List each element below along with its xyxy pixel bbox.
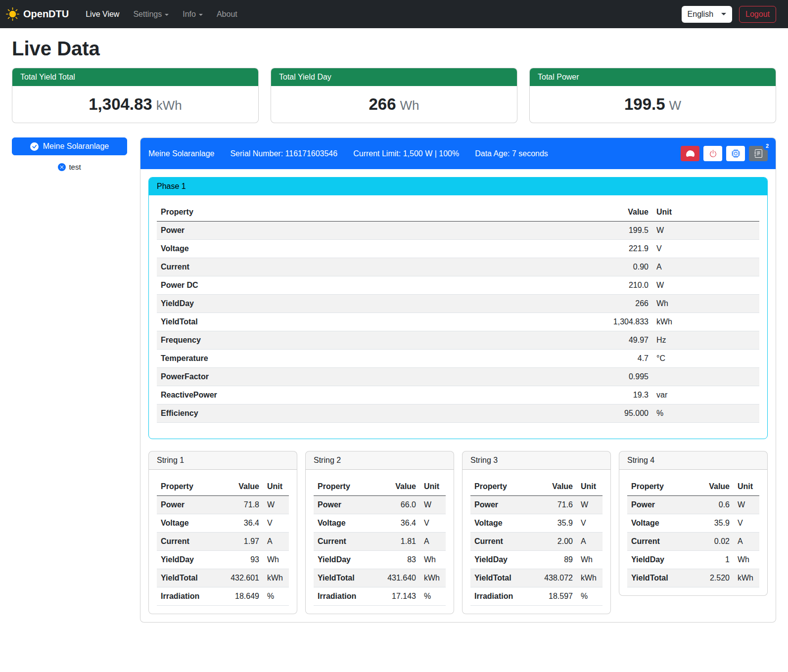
nav-info[interactable]: Info [176, 6, 210, 23]
nav-live-view[interactable]: Live View [79, 6, 126, 23]
nav-info-label: Info [183, 10, 196, 19]
top-navbar: OpenDTU Live View Settings Info About En… [0, 0, 788, 28]
brand-link[interactable]: OpenDTU [6, 7, 69, 21]
event-log-button[interactable]: 2 [749, 146, 768, 161]
limit-settings-button[interactable] [681, 146, 699, 161]
value-cell: 0.995 [530, 368, 652, 386]
table-row: Current2.00A [470, 533, 603, 551]
unit-cell: W [420, 496, 446, 514]
property-cell: YieldTotal [157, 569, 219, 587]
events-badge: 2 [763, 142, 772, 150]
value-header: Value [530, 203, 652, 222]
unit-cell: V [263, 514, 289, 533]
value-cell: 49.97 [530, 331, 652, 350]
property-cell: YieldTotal [157, 313, 530, 331]
table-row: Current0.90A [157, 258, 759, 276]
property-cell: Power [157, 222, 530, 240]
property-cell: Current [314, 533, 375, 551]
string-3-title: String 3 [463, 451, 610, 470]
table-row: YieldTotal1,304.833kWh [157, 313, 759, 331]
power-icon [709, 149, 717, 158]
cpu-icon [732, 149, 740, 158]
unit-cell: V [652, 240, 759, 258]
card-title: Total Yield Day [271, 68, 517, 86]
unit-cell: V [420, 514, 446, 533]
inverter-serial: Serial Number: 116171603546 [230, 149, 337, 158]
table-row: Power199.5W [157, 222, 759, 240]
unit-cell: % [577, 587, 603, 606]
string-3-table: Property Value Unit Power71.6WVoltage35.… [470, 478, 603, 606]
inverter-select-button[interactable]: Meine Solaranlage [12, 137, 127, 155]
value-cell: 432.601 [219, 569, 263, 587]
unit-cell: V [734, 514, 759, 533]
language-select[interactable]: English [682, 6, 732, 23]
property-header: Property [157, 478, 219, 496]
property-cell: Temperature [157, 350, 530, 368]
property-cell: Current [627, 533, 689, 551]
nav-about[interactable]: About [210, 6, 244, 23]
string-4-table: Property Value Unit Power0.6WVoltage35.9… [627, 478, 759, 587]
table-row: YieldDay89Wh [470, 551, 603, 569]
table-row: Temperature4.7°C [157, 350, 759, 368]
value-cell: 210.0 [530, 276, 652, 295]
unit-cell: Wh [652, 295, 759, 313]
table-row: Irradiation17.143% [314, 587, 446, 606]
table-row: Voltage36.4V [157, 514, 289, 533]
value-cell: 221.9 [530, 240, 652, 258]
table-row: Voltage221.9V [157, 240, 759, 258]
table-row: YieldDay93Wh [157, 551, 289, 569]
value-cell: 1,304.833 [530, 313, 652, 331]
string-4-body: Property Value Unit Power0.6WVoltage35.9… [619, 470, 767, 587]
value-cell: 4.7 [530, 350, 652, 368]
unit-cell: A [734, 533, 759, 551]
property-header: Property [314, 478, 375, 496]
property-cell: Frequency [157, 331, 530, 350]
property-cell: YieldDay [470, 551, 532, 569]
unit-cell: Wh [420, 551, 446, 569]
card-body: 1,304.83kWh [12, 86, 258, 123]
unit-header: Unit [577, 478, 603, 496]
value-cell: 35.9 [532, 514, 577, 533]
inverter-data-age: Data Age: 7 seconds [475, 149, 548, 158]
power-button[interactable] [703, 146, 722, 161]
property-cell: Voltage [157, 514, 219, 533]
property-cell: Current [157, 533, 219, 551]
table-row: Power71.6W [470, 496, 603, 514]
value-cell: 83 [375, 551, 420, 569]
nav-settings[interactable]: Settings [126, 6, 176, 23]
table-row: YieldTotal438.072kWh [470, 569, 603, 587]
unit-cell: W [263, 496, 289, 514]
total-yield-day-unit: Wh [400, 98, 419, 113]
unit-cell: A [420, 533, 446, 551]
table-row: YieldTotal431.640kWh [314, 569, 446, 587]
nav-live-view-label: Live View [86, 10, 119, 19]
device-info-button[interactable] [726, 146, 745, 161]
table-row: PowerFactor0.995 [157, 368, 759, 386]
total-power-value: 199.5 [624, 95, 665, 113]
unit-cell: % [420, 587, 446, 606]
table-row: Voltage36.4V [314, 514, 446, 533]
string-2-title: String 2 [306, 451, 454, 470]
string-2-table: Property Value Unit Power66.0WVoltage36.… [314, 478, 446, 606]
property-cell: Efficiency [157, 404, 530, 423]
main-content: Live Data Total Yield Total 1,304.83kWh … [0, 38, 788, 634]
unit-cell: W [577, 496, 603, 514]
property-cell: YieldDay [627, 551, 689, 569]
value-cell: 18.597 [532, 587, 577, 606]
unit-cell: kWh [577, 569, 603, 587]
table-header-row: Property Value Unit [157, 478, 289, 496]
value-cell: 2.00 [532, 533, 577, 551]
string-4-title: String 4 [619, 451, 767, 470]
string-3-card: String 3 Property Value Unit Power71.6WV… [462, 451, 611, 614]
string-4-card: String 4 Property Value Unit Power0.6WVo… [619, 451, 768, 596]
unit-header: Unit [263, 478, 289, 496]
inverter-card: Meine Solaranlage Serial Number: 1161716… [140, 137, 776, 623]
table-row: Current0.02A [627, 533, 759, 551]
chevron-down-icon [199, 14, 203, 16]
string-2-card: String 2 Property Value Unit Power66.0WV… [305, 451, 454, 614]
page-title: Live Data [12, 38, 776, 60]
logout-button[interactable]: Logout [739, 6, 776, 23]
property-cell: Power [157, 496, 219, 514]
property-cell: YieldDay [314, 551, 375, 569]
table-row: ReactivePower19.3var [157, 386, 759, 404]
